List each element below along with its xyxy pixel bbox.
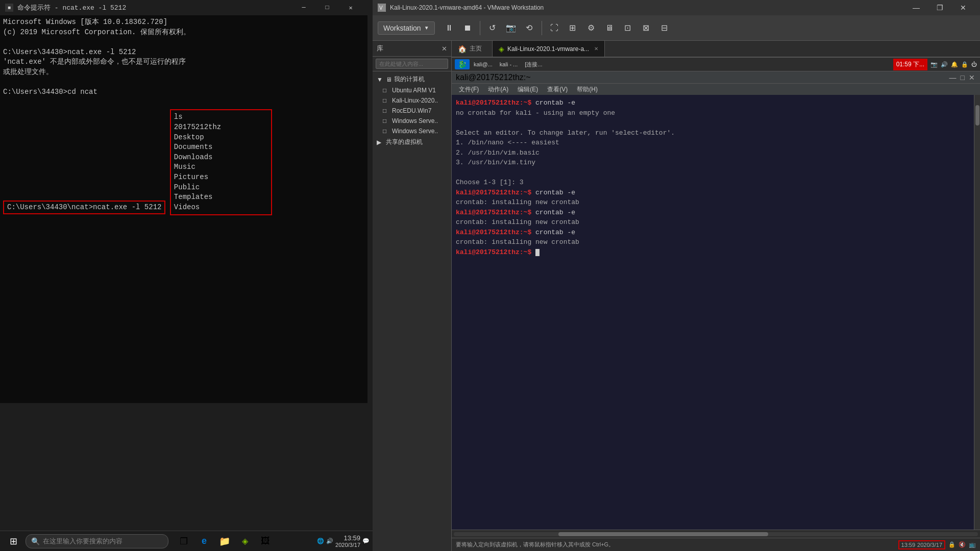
photos-icon[interactable]: 🖼 [256, 532, 275, 550]
kali-menubar: 文件(F) 动作(A) 编辑(E) 查看(V) 帮助(H) [452, 84, 980, 95]
snapshot-button[interactable]: 📷 [503, 20, 519, 36]
pause-button[interactable]: ⏸ [441, 20, 457, 36]
horizontal-scrollbar[interactable] [452, 530, 980, 538]
cmd-line-2: (c) 2019 Microsoft Corporation. 保留所有权利。 [3, 28, 364, 38]
toolbar-sep-2 [542, 21, 542, 35]
stop-button[interactable]: ⏹ [459, 20, 476, 36]
restart-button[interactable]: ↺ [484, 20, 501, 36]
term-output-9: crontab: installing new crontab [456, 197, 970, 208]
vm-terminal-content[interactable]: kali@20175212thz:~$ crontab -e no cronta… [452, 95, 974, 530]
cmd-line-6: 或批处理文件。 [3, 67, 364, 78]
notification-icon[interactable]: 💬 [362, 538, 370, 544]
maximize-button[interactable]: □ [315, 0, 339, 15]
fullscreen-button[interactable]: ⛶ [546, 20, 562, 36]
tab-vm[interactable]: ◈ Kali-Linux-2020.1-vmware-a... ✕ [493, 41, 605, 57]
menu-view[interactable]: 查看(V) [543, 84, 572, 95]
terminal-minimize-button[interactable]: — [948, 73, 958, 82]
tree-my-computer[interactable]: ▼ 🖥 我的计算机 [373, 73, 451, 85]
snapshot-revert[interactable]: ⟲ [521, 20, 537, 36]
vmware-close-button[interactable]: ✕ [951, 0, 975, 15]
vm-task-kali1-label: kali@... [474, 61, 493, 67]
vm-task-kali1[interactable]: kali@... [471, 60, 496, 68]
menu-edit[interactable]: 编辑(E) [513, 84, 542, 95]
vmware-minimize-button[interactable]: — [904, 0, 928, 15]
vm-scrollbar[interactable] [974, 95, 980, 530]
vm-task-kali2[interactable]: kali - ... [497, 60, 521, 68]
term-output-2 [456, 118, 970, 128]
tree-item-winserver2[interactable]: □ Windows Serve.. [373, 126, 451, 136]
term-prompt-1: kali@20175212thz:~$ [456, 99, 535, 107]
menu-help[interactable]: 帮助(H) [573, 84, 602, 95]
tree-item-winserver2-label: Windows Serve.. [392, 128, 438, 135]
cmd-window[interactable]: ■ 命令提示符 - ncat.exe -l 5212 — □ ✕ Microso… [0, 0, 368, 403]
vmware-titlebar: V Kali-Linux-2020.1-vmware-amd64 - VMwar… [373, 0, 980, 15]
search-icon: 🔍 [31, 537, 40, 545]
tree-item-kali[interactable]: □ Kali-Linux-2020.. [373, 95, 451, 106]
vmware-icon[interactable]: ◈ [236, 532, 254, 550]
vm-power-icon[interactable]: ⏻ [971, 61, 977, 67]
vm-time: 01:59 下... [896, 61, 924, 68]
expand-button[interactable]: ⊟ [656, 20, 673, 36]
taskview-icon[interactable]: ❐ [175, 532, 193, 550]
vmware-body: 库 ✕ ▼ 🖥 我的计算机 □ Ubuntu ARM V1 □ Kali-Li [373, 41, 980, 551]
menu-file[interactable]: 文件(F) [455, 84, 483, 95]
library-search[interactable] [373, 57, 451, 71]
vm-speaker-icon[interactable]: 🔊 [941, 61, 948, 68]
scroll-thumb[interactable] [558, 532, 768, 536]
vm-bell-icon[interactable]: 🔔 [951, 61, 958, 68]
start-button[interactable]: ⊞ [3, 531, 23, 552]
edge-icon[interactable]: e [195, 532, 213, 550]
library-search-input[interactable] [376, 59, 448, 69]
term-cmd-1: crontab -e [535, 99, 575, 107]
vm-kali-icon[interactable]: 🐉 [455, 59, 470, 69]
vm-scroll-thumb[interactable] [975, 105, 979, 126]
windows-taskbar: ⊞ 🔍 在这里输入你要搜索的内容 ❐ e 📁 ◈ 🖼 🌐 🔊 13:59 202… [0, 531, 373, 551]
term-output-8: Choose 1-3 [1]: 3 [456, 178, 970, 188]
vm-lock-icon[interactable]: 🔒 [961, 61, 968, 68]
vmware-restore-button[interactable]: ❐ [928, 0, 951, 15]
vm-taskbar: 🐉 kali@... kali - ... [连接... 01:59 下... … [452, 57, 980, 71]
vmware-controls[interactable]: — ❐ ✕ [904, 0, 975, 15]
terminal-close-button[interactable]: ✕ [968, 73, 976, 82]
tree-item-ubuntu[interactable]: □ Ubuntu ARM V1 [373, 85, 451, 95]
vm-screenshot-icon[interactable]: 📷 [930, 61, 938, 68]
network-icon: 🌐 [317, 538, 324, 544]
ls-line-6: Pictures [174, 172, 268, 183]
cmd-controls[interactable]: — □ ✕ [292, 0, 362, 15]
tree-item-shared[interactable]: ▶ 共享的虚拟机 [373, 136, 451, 148]
vm-terminal-area[interactable]: kali@20175212thz:~$ crontab -e no cronta… [452, 95, 980, 530]
term-output-4: 1. /bin/nano <---- easiest [456, 138, 970, 148]
tab-vm-label: Kali-Linux-2020.1-vmware-a... [507, 45, 589, 53]
terminal-maximize-button[interactable]: □ [960, 73, 966, 82]
windows-search-bar[interactable]: 🔍 在这里输入你要搜索的内容 [26, 534, 168, 548]
library-close-button[interactable]: ✕ [442, 45, 447, 53]
share-button[interactable]: ⊠ [638, 20, 654, 36]
view-button[interactable]: ⊞ [565, 20, 581, 36]
minimize-button[interactable]: — [292, 0, 315, 15]
vm-task-connect[interactable]: [连接... [522, 60, 545, 69]
tree-item-winserver1[interactable]: □ Windows Serve.. [373, 116, 451, 126]
toolbar-sep-1 [480, 21, 480, 35]
close-button[interactable]: ✕ [339, 0, 362, 15]
usb-button[interactable]: ⊡ [620, 20, 636, 36]
cmd-titlebar: ■ 命令提示符 - ncat.exe -l 5212 — □ ✕ [0, 0, 368, 15]
tab-close-button[interactable]: ✕ [594, 46, 598, 52]
volume-icon: 🔊 [326, 538, 333, 544]
tab-home[interactable]: 🏠 主页 [452, 41, 493, 57]
vm-tab-icon: ◈ [499, 45, 504, 53]
settings-button[interactable]: ⚙ [583, 20, 599, 36]
main-content: 🏠 主页 ◈ Kali-Linux-2020.1-vmware-a... ✕ 🐉… [452, 41, 980, 551]
library-panel: 库 ✕ ▼ 🖥 我的计算机 □ Ubuntu ARM V1 □ Kali-Li [373, 41, 452, 551]
menu-action[interactable]: 动作(A) [484, 84, 512, 95]
display-button[interactable]: 🖥 [601, 20, 618, 36]
tree-item-rocedu[interactable]: □ RocEDU.Win7 [373, 106, 451, 116]
scroll-track[interactable] [454, 532, 978, 536]
clock: 13:59 2020/3/17 [335, 534, 360, 548]
vm-terminal-controls[interactable]: — □ ✕ [948, 73, 976, 82]
files-icon[interactable]: 📁 [215, 532, 234, 550]
vmware-window[interactable]: V Kali-Linux-2020.1-vmware-amd64 - VMwar… [373, 0, 980, 551]
library-header: 库 ✕ [373, 41, 451, 57]
workstation-menu[interactable]: Workstation ▼ [378, 21, 435, 35]
vm-icon-1: □ [383, 87, 390, 94]
tree-my-computer-icon: 🖥 [386, 76, 392, 83]
